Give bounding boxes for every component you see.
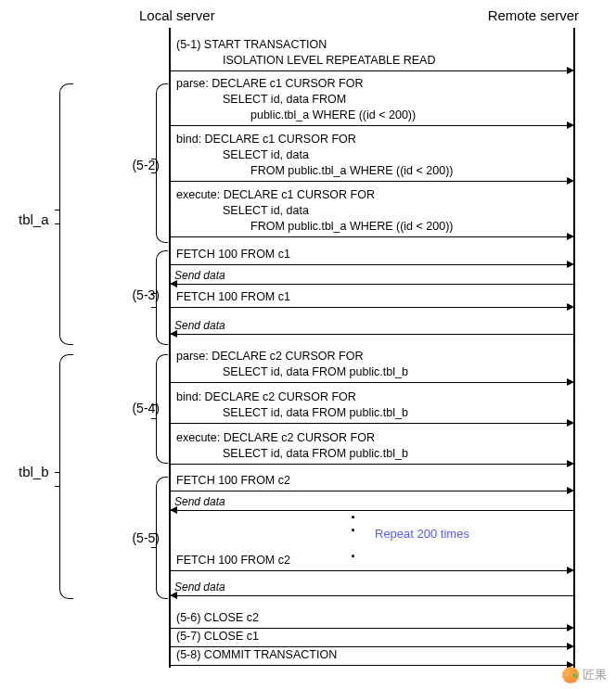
txt: execute: DECLARE c2 CURSOR FOR (176, 431, 375, 444)
txt: Send data (171, 269, 573, 282)
brace-5-2 (156, 83, 168, 243)
brace-tbl-b (59, 354, 73, 599)
msg-5-8: (5-8) COMMIT TRANSACTION (171, 647, 573, 667)
msg-5-7: (5-7) CLOSE c1 (171, 629, 573, 648)
arrow-right-icon (171, 70, 573, 72)
arrow-left-icon (171, 595, 573, 597)
txt: FROM public.tbl_a WHERE ((id < 200)) (176, 219, 573, 235)
txt: (5-6) CLOSE c2 (176, 611, 259, 624)
txt: parse: DECLARE c2 CURSOR FOR (176, 350, 363, 363)
txt: Send data (171, 495, 573, 508)
txt: public.tbl_a WHERE ((id < 200)) (176, 108, 573, 123)
header-remote: Remote server (488, 7, 579, 23)
dots-icon: · (351, 521, 355, 541)
txt: SELECT id, data FROM public.tbl_b (176, 446, 573, 462)
txt: FETCH 100 FROM c2 (176, 554, 290, 567)
arrow-right-icon (171, 181, 573, 183)
brace-5-3 (156, 250, 168, 345)
txt: (5-8) COMMIT TRANSACTION (176, 648, 337, 661)
msg-5-5-send2: Send data (171, 581, 573, 597)
txt: FETCH 100 FROM c2 (176, 474, 290, 487)
msg-5-4-bind: bind: DECLARE c2 CURSOR FOR SELECT id, d… (171, 389, 573, 425)
txt: bind: DECLARE c2 CURSOR FOR (176, 390, 356, 403)
txt: SELECT id, data FROM public.tbl_b (176, 364, 573, 380)
txt: SELECT id, data FROM (176, 92, 573, 108)
msg-5-4-parse: parse: DECLARE c2 CURSOR FOR SELECT id, … (171, 349, 573, 384)
brace-5-4 (156, 354, 168, 464)
txt: bind: DECLARE c1 CURSOR FOR (176, 133, 356, 146)
msg-5-1-line1: (5-1) START TRANSACTION (176, 38, 327, 51)
txt: FETCH 100 FROM c1 (176, 248, 290, 261)
arrow-right-icon (171, 464, 573, 466)
msg-5-5-send1: Send data (171, 495, 573, 512)
watermark: 匠果 (562, 667, 607, 683)
arrow-left-icon (171, 284, 573, 286)
arrow-right-icon (171, 125, 573, 127)
msg-5-2-bind: bind: DECLARE c1 CURSOR FOR SELECT id, d… (171, 132, 573, 183)
watermark-logo-icon (562, 667, 579, 683)
msg-5-3-fetch2: FETCH 100 FROM c1 (171, 289, 573, 309)
header-local: Local server (139, 7, 215, 23)
msg-5-1-line2: ISOLATION LEVEL REPEATABLE READ (176, 53, 573, 69)
repeat-note: Repeat 200 times (375, 527, 469, 541)
arrow-left-icon (171, 334, 573, 336)
txt: parse: DECLARE c1 CURSOR FOR (176, 77, 363, 90)
brace-5-5 (156, 477, 168, 599)
txt: SELECT id, data FROM public.tbl_b (176, 405, 573, 421)
txt: SELECT id, data (176, 203, 573, 219)
txt: FETCH 100 FROM c1 (176, 290, 290, 303)
arrow-right-icon (171, 264, 573, 266)
tbl-b-label: tbl_b (19, 464, 49, 479)
arrow-right-icon (171, 423, 573, 425)
txt: execute: DECLARE c1 CURSOR FOR (176, 188, 375, 201)
msg-5-3-fetch1: FETCH 100 FROM c1 (171, 247, 573, 266)
msg-5-5-fetch1: FETCH 100 FROM c2 (171, 473, 573, 492)
msg-5-2-exec: execute: DECLARE c1 CURSOR FOR SELECT id… (171, 187, 573, 238)
txt: Send data (171, 319, 573, 332)
arrow-right-icon (171, 665, 573, 667)
txt: FROM public.tbl_a WHERE ((id < 200)) (176, 163, 573, 179)
msg-5-4-exec: execute: DECLARE c2 CURSOR FOR SELECT id… (171, 430, 573, 466)
msg-5-3-send2: Send data (171, 319, 573, 336)
msg-5-2-parse: parse: DECLARE c1 CURSOR FOR SELECT id, … (171, 76, 573, 127)
arrow-right-icon (171, 236, 573, 238)
msg-5-6: (5-6) CLOSE c2 (171, 610, 573, 630)
msg-5-1: (5-1) START TRANSACTION ISOLATION LEVEL … (171, 37, 573, 72)
msg-5-3-send1: Send data (171, 269, 573, 286)
tbl-a-label: tbl_a (19, 211, 49, 227)
txt: SELECT id, data (176, 147, 573, 163)
arrow-right-icon (171, 382, 573, 384)
brace-tbl-a (59, 83, 73, 345)
arrow-right-icon (171, 307, 573, 309)
arrow-left-icon (171, 510, 573, 512)
arrow-right-icon (171, 570, 573, 572)
arrow-right-icon (171, 491, 573, 492)
watermark-text: 匠果 (583, 667, 607, 683)
msg-5-5-fetch2: FETCH 100 FROM c2 (171, 553, 573, 572)
txt: (5-7) CLOSE c1 (176, 630, 259, 643)
txt: Send data (171, 581, 573, 593)
